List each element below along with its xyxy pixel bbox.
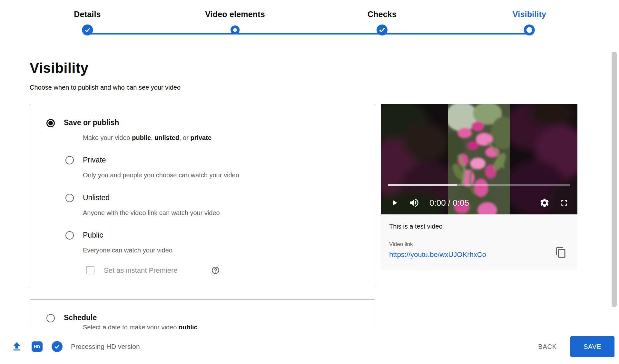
copy-icon[interactable] xyxy=(555,247,567,258)
step-visibility-label: Visibility xyxy=(513,10,546,19)
private-radio[interactable] xyxy=(65,156,74,164)
video-info-panel: This is a test video Video link https://… xyxy=(381,214,577,270)
processing-check-icon xyxy=(52,341,63,352)
play-icon[interactable] xyxy=(389,198,399,208)
page-subtitle: Choose when to publish and who can see y… xyxy=(30,84,181,91)
step-visibility-current-circle[interactable] xyxy=(524,25,535,35)
private-description: Only you and people you choose can watch… xyxy=(83,171,239,179)
video-controls: 0:00 / 0:05 xyxy=(381,195,577,210)
unlisted-radio[interactable] xyxy=(65,194,74,202)
processing-status-text: Processing HD version xyxy=(71,343,140,350)
save-or-publish-radio[interactable] xyxy=(46,119,55,127)
back-button[interactable]: BACK xyxy=(532,340,563,354)
unlisted-label: Unlisted xyxy=(83,193,110,202)
page-title: Visibility xyxy=(30,60,88,76)
save-button[interactable]: SAVE xyxy=(570,336,614,357)
video-link-label: Video link xyxy=(389,241,413,248)
step-checks[interactable]: Checks xyxy=(368,10,397,36)
top-divider xyxy=(0,3,619,3)
public-label: Public xyxy=(83,231,103,240)
step-video-elements-circle[interactable] xyxy=(231,25,240,34)
save-or-publish-description: Make your video public, unlisted, or pri… xyxy=(83,133,211,142)
unlisted-description: Anyone with the video link can watch you… xyxy=(83,209,220,217)
check-icon xyxy=(84,26,91,34)
video-progress-loaded xyxy=(388,184,457,186)
upload-icon xyxy=(11,341,23,352)
schedule-label: Schedule xyxy=(64,313,97,322)
video-title: This is a test video xyxy=(389,223,443,230)
step-checks-done-circle[interactable] xyxy=(377,25,388,35)
private-label: Private xyxy=(83,156,106,164)
step-video-elements[interactable]: Video elements xyxy=(205,10,265,36)
instant-premiere-label: Set as instant Premiere xyxy=(104,266,178,275)
video-link[interactable]: https://youtu.be/wxUJOKrhxCo xyxy=(389,251,486,259)
save-or-publish-label: Save or publish xyxy=(64,118,119,127)
settings-icon[interactable] xyxy=(539,198,550,208)
check-icon xyxy=(378,26,386,34)
step-details[interactable]: Details xyxy=(74,10,101,36)
save-or-publish-card: Save or publish Make your video public, … xyxy=(30,104,375,287)
instant-premiere-checkbox[interactable] xyxy=(86,266,94,274)
footer-bar: HD Processing HD version BACK SAVE xyxy=(0,329,619,364)
step-details-done-circle[interactable] xyxy=(82,25,93,35)
video-player[interactable]: 0:00 / 0:05 xyxy=(381,104,577,214)
step-details-label: Details xyxy=(74,10,101,19)
fullscreen-icon[interactable] xyxy=(559,198,569,208)
hd-badge-icon: HD xyxy=(32,341,43,352)
volume-icon[interactable] xyxy=(409,197,420,208)
step-visibility[interactable]: Visibility xyxy=(513,10,546,36)
public-radio[interactable] xyxy=(65,231,74,240)
playback-time: 0:00 / 0:05 xyxy=(429,198,469,208)
step-video-elements-label: Video elements xyxy=(205,10,265,19)
video-progress-bar[interactable] xyxy=(388,184,570,186)
help-icon[interactable] xyxy=(211,266,220,275)
scrollbar-thumb[interactable] xyxy=(612,52,617,307)
schedule-radio[interactable] xyxy=(46,314,55,322)
public-description: Everyone can watch your video xyxy=(83,246,172,254)
stepper-connector-line xyxy=(87,33,529,34)
upload-dialog-visibility-step: Details Video elements Checks Visibility… xyxy=(0,0,619,364)
step-checks-label: Checks xyxy=(368,10,397,19)
